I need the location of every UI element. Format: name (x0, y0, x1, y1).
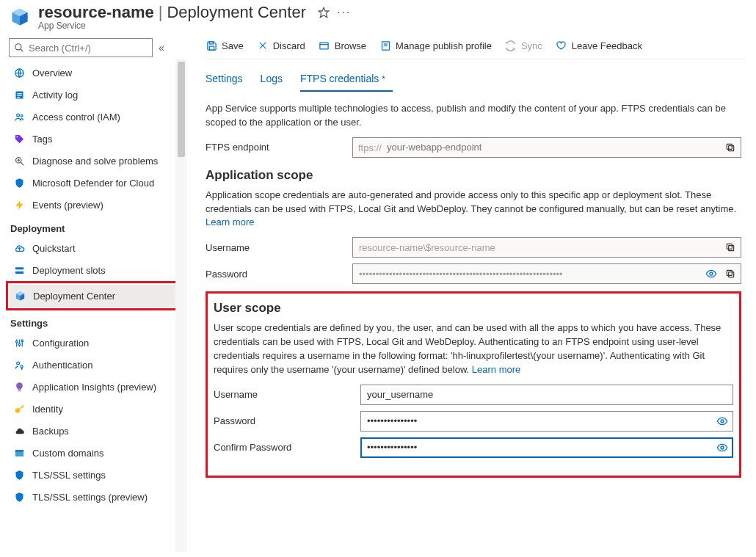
sidebar-item-activity-log[interactable]: Activity log (9, 84, 186, 106)
search-box[interactable] (9, 38, 153, 57)
sidebar-scrollbar[interactable] (175, 59, 186, 552)
browse-label: Browse (335, 40, 366, 51)
copy-password-icon[interactable] (724, 267, 737, 280)
svg-point-9 (21, 114, 23, 117)
scrollbar-thumb[interactable] (178, 62, 185, 157)
nav-item-label: Access control (IAM) (32, 112, 120, 123)
shield-icon (13, 469, 25, 481)
svg-point-49 (721, 446, 724, 449)
slots-icon (13, 264, 25, 276)
svg-marker-15 (15, 200, 23, 210)
nav-item-label: TLS/SSL settings (preview) (32, 492, 148, 503)
sidebar-item-authentication[interactable]: Authentication (9, 354, 186, 376)
tab-logs[interactable]: Logs (261, 70, 283, 92)
learn-more-link-app[interactable]: Learn more (206, 216, 254, 227)
sidebar-item-microsoft-defender-for-cloud[interactable]: Microsoft Defender for Cloud (9, 172, 186, 194)
svg-point-4 (15, 44, 21, 50)
resource-name-text: resource-name (38, 3, 154, 22)
svg-point-10 (16, 136, 18, 137)
sidebar-item-deployment-center[interactable]: Deployment Center (10, 285, 180, 307)
copy-username-icon[interactable] (724, 241, 737, 254)
shield-icon (13, 491, 25, 503)
manage-profile-button[interactable]: Manage publish profile (379, 40, 492, 51)
user-confirm-label: Confirm Password (214, 442, 360, 453)
save-button[interactable]: Save (206, 40, 244, 51)
tab-ftps-label: FTPS credentials (300, 73, 379, 84)
sidebar-item-access-control-iam-[interactable]: Access control (IAM) (9, 106, 186, 128)
resource-cube-icon (9, 6, 31, 28)
tabs: Settings Logs FTPS credentials* (201, 59, 746, 92)
svg-rect-33 (209, 46, 214, 50)
app-username-label: Username (206, 242, 352, 253)
activity-icon (13, 89, 25, 101)
svg-point-26 (21, 340, 23, 342)
sidebar-item-application-insights-preview-[interactable]: Application Insights (preview) (9, 376, 186, 398)
sidebar-item-custom-domains[interactable]: Custom domains (9, 442, 186, 464)
svg-marker-3 (319, 7, 328, 17)
sidebar-item-tags[interactable]: Tags (9, 128, 186, 150)
svg-rect-31 (15, 450, 23, 452)
diagnose-icon (13, 155, 25, 167)
user-username-label: Username (214, 389, 360, 400)
user-password-label: Password (214, 415, 360, 426)
page-title: Deployment Center (167, 3, 306, 22)
reveal-password-icon[interactable] (705, 267, 718, 280)
nav-item-label: Overview (32, 68, 72, 79)
manage-profile-icon (379, 40, 391, 51)
tab-ftps-credentials[interactable]: FTPS credentials* (300, 70, 385, 92)
reveal-confirm-password-icon[interactable] (716, 441, 729, 454)
browse-button[interactable]: Browse (319, 40, 366, 51)
search-icon (14, 43, 24, 53)
sidebar-item-configuration[interactable]: Configuration (9, 332, 186, 354)
key-icon (13, 403, 25, 415)
learn-more-link-user[interactable]: Learn more (472, 364, 520, 375)
tab-settings[interactable]: Settings (206, 70, 243, 92)
nav-item-label: Microsoft Defender for Cloud (32, 178, 154, 189)
feedback-button[interactable]: Leave Feedback (556, 40, 642, 51)
reveal-user-password-icon[interactable] (716, 415, 729, 428)
copy-endpoint-icon[interactable] (724, 141, 737, 154)
app-scope-heading: Application scope (206, 168, 741, 183)
favorite-star-icon[interactable] (318, 7, 330, 18)
sidebar-item-deployment-slots[interactable]: Deployment slots (9, 259, 186, 281)
sidebar-item-overview[interactable]: Overview (9, 62, 186, 84)
content: Save Discard Browse Manage publish profi… (186, 35, 756, 552)
user-username-input[interactable] (360, 385, 733, 405)
access-icon (13, 111, 25, 123)
domain-icon (13, 447, 25, 459)
sidebar-item-backups[interactable]: Backups (9, 420, 186, 442)
app-password-input[interactable] (352, 263, 741, 284)
sidebar-item-quickstart[interactable]: Quickstart (9, 237, 186, 259)
dirty-indicator-icon: * (382, 74, 385, 84)
collapse-sidebar-icon[interactable]: « (159, 42, 164, 54)
user-password-input[interactable] (360, 411, 733, 432)
ftps-endpoint-prefix: ftps:// (358, 142, 382, 153)
search-input[interactable] (29, 43, 148, 54)
nav-item-label: Diagnose and solve problems (32, 156, 158, 167)
sidebar-item-tls-ssl-settings-preview-[interactable]: TLS/SSL settings (preview) (9, 486, 186, 508)
svg-rect-42 (727, 144, 732, 149)
sidebar-item-events-preview-[interactable]: Events (preview) (9, 194, 186, 216)
svg-line-5 (21, 49, 23, 52)
sidebar-item-diagnose-and-solve-problems[interactable]: Diagnose and solve problems (9, 150, 186, 172)
more-icon[interactable]: ··· (337, 6, 351, 19)
svg-line-12 (20, 161, 23, 164)
nav-item-label: TLS/SSL settings (32, 470, 106, 481)
svg-rect-36 (320, 43, 328, 49)
app-username-input[interactable] (352, 237, 741, 258)
svg-point-27 (16, 362, 19, 365)
svg-rect-43 (729, 246, 734, 251)
ftps-endpoint-input[interactable] (352, 137, 741, 158)
nav-item-label: Activity log (32, 90, 78, 101)
user-confirm-input[interactable] (360, 437, 733, 458)
app-password-label: Password (206, 269, 352, 280)
sidebar-item-tls-ssl-settings[interactable]: TLS/SSL settings (9, 464, 186, 486)
nav-item-label: Identity (32, 404, 63, 415)
sync-icon (505, 40, 517, 51)
sync-button: Sync (505, 40, 542, 51)
user-scope-highlight-box: User scope User scope credentials are de… (206, 291, 741, 477)
discard-button[interactable]: Discard (257, 40, 305, 51)
sidebar-item-identity[interactable]: Identity (9, 398, 186, 420)
cloud-up-icon (13, 242, 25, 254)
feedback-label: Leave Feedback (572, 40, 642, 51)
